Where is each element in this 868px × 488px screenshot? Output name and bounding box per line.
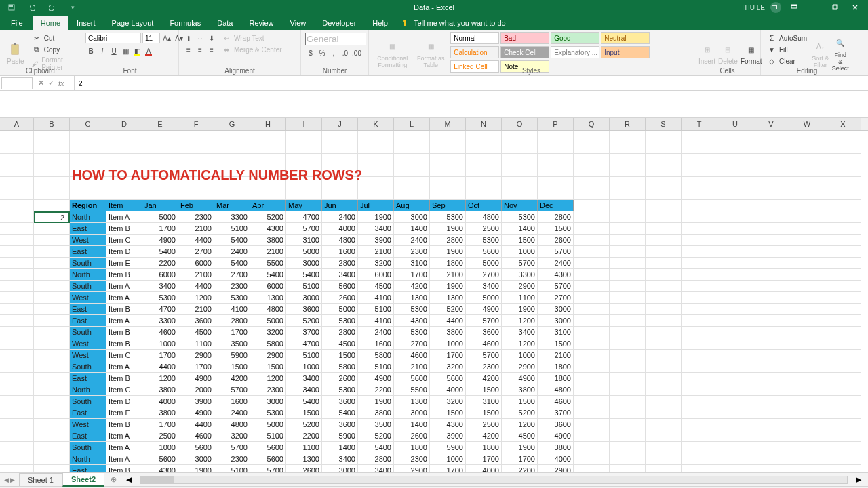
cell-r2-c4[interactable]	[142, 154, 178, 165]
cell-r19-c3[interactable]: Item C	[106, 350, 142, 361]
cell-r23-c13[interactable]: 3100	[466, 396, 502, 407]
cell-r18-c17[interactable]	[610, 338, 646, 350]
cell-r0-c20[interactable]	[717, 131, 753, 142]
cell-r23-c20[interactable]	[717, 396, 753, 407]
add-sheet-button[interactable]: ⊕	[107, 474, 119, 486]
cell-r18-c20[interactable]	[717, 338, 753, 350]
cell-r18-c19[interactable]	[682, 338, 717, 350]
cell-r22-c19[interactable]	[682, 384, 717, 396]
cell-r1-c8[interactable]	[286, 142, 322, 154]
cell-r22-c0[interactable]	[0, 384, 34, 396]
cell-r13-c11[interactable]: 4200	[394, 281, 430, 292]
cell-r25-c10[interactable]: 3500	[358, 419, 394, 430]
cell-r0-c14[interactable]	[502, 131, 538, 142]
cell-r19-c8[interactable]: 5100	[286, 350, 322, 361]
cell-r29-c23[interactable]	[825, 465, 861, 472]
cell-r0-c10[interactable]	[358, 131, 394, 142]
column-headers[interactable]: ABCDEFGHIJKLMNOPQRSTUVWX	[0, 118, 868, 131]
cell-r29-c14[interactable]: 2200	[502, 465, 538, 472]
cell-r20-c14[interactable]: 2900	[502, 361, 538, 373]
cell-r11-c4[interactable]: 2200	[142, 258, 178, 269]
cell-r29-c3[interactable]: Item B	[106, 465, 142, 472]
cell-r21-c14[interactable]: 4900	[502, 373, 538, 384]
cell-r26-c23[interactable]	[825, 430, 861, 442]
cell-r29-c19[interactable]	[682, 465, 717, 472]
cell-r18-c2[interactable]: West	[70, 338, 106, 350]
cell-r17-c16[interactable]	[574, 327, 610, 338]
style-bad[interactable]: Bad	[500, 32, 549, 44]
user-avatar[interactable]: TL	[770, 2, 781, 13]
cell-r25-c9[interactable]: 3600	[322, 419, 358, 430]
merge-center-button[interactable]: ⬌Merge & Center	[220, 44, 284, 55]
cell-r7-c0[interactable]	[0, 211, 34, 223]
cell-r28-c8[interactable]: 1300	[286, 453, 322, 465]
cell-r19-c11[interactable]: 4600	[394, 350, 430, 361]
cell-r2-c7[interactable]	[250, 154, 286, 165]
cell-r13-c13[interactable]: 3400	[466, 281, 502, 292]
cell-r21-c23[interactable]	[825, 373, 861, 384]
cell-r12-c0[interactable]	[0, 269, 34, 281]
cell-r20-c23[interactable]	[825, 361, 861, 373]
cell-r25-c23[interactable]	[825, 419, 861, 430]
cell-r7-c13[interactable]: 4800	[466, 211, 502, 223]
cell-r6-c5[interactable]: Feb	[178, 200, 214, 211]
cell-r3-c19[interactable]	[682, 165, 717, 177]
cell-r29-c16[interactable]	[574, 465, 610, 472]
cell-r26-c6[interactable]: 3200	[214, 430, 250, 442]
cell-r4-c1[interactable]	[34, 177, 70, 188]
cell-r6-c12[interactable]: Sep	[430, 200, 466, 211]
cell-r20-c6[interactable]: 1500	[214, 361, 250, 373]
cell-r2-c22[interactable]	[789, 154, 825, 165]
cell-r22-c18[interactable]	[646, 384, 682, 396]
cell-r7-c7[interactable]: 5200	[250, 211, 286, 223]
cell-r12-c8[interactable]: 5400	[286, 269, 322, 281]
cell-r12-c19[interactable]	[682, 269, 717, 281]
cell-r6-c16[interactable]	[574, 200, 610, 211]
cell-r12-c11[interactable]: 1700	[394, 269, 430, 281]
cell-r0-c3[interactable]	[106, 131, 142, 142]
cell-r4-c19[interactable]	[682, 177, 717, 188]
cell-r23-c8[interactable]: 5400	[286, 396, 322, 407]
cell-r19-c10[interactable]: 5800	[358, 350, 394, 361]
cut-button[interactable]: ✂Cut	[30, 33, 77, 43]
cell-r10-c11[interactable]: 2300	[394, 246, 430, 258]
cell-r1-c3[interactable]	[106, 142, 142, 154]
cell-r15-c8[interactable]: 3600	[286, 304, 322, 315]
cell-r19-c14[interactable]: 1000	[502, 350, 538, 361]
cell-r10-c15[interactable]: 5700	[538, 246, 574, 258]
cell-r25-c6[interactable]: 4800	[214, 419, 250, 430]
cell-r23-c15[interactable]: 4600	[538, 396, 574, 407]
cell-r24-c0[interactable]	[0, 407, 34, 419]
cell-r29-c0[interactable]	[0, 465, 34, 472]
tab-developer[interactable]: Developer	[314, 16, 364, 30]
cell-r17-c18[interactable]	[646, 327, 682, 338]
cell-r17-c3[interactable]: Item B	[106, 327, 142, 338]
cell-r27-c13[interactable]: 1800	[466, 442, 502, 453]
cell-r9-c2[interactable]: West	[70, 235, 106, 246]
cell-r16-c23[interactable]	[825, 315, 861, 327]
cell-r16-c3[interactable]: Item A	[106, 315, 142, 327]
cell-r13-c1[interactable]	[34, 281, 70, 292]
cell-r2-c11[interactable]	[394, 154, 430, 165]
cell-r13-c19[interactable]	[682, 281, 717, 292]
cell-r19-c15[interactable]: 2100	[538, 350, 574, 361]
comma-icon[interactable]: ,	[328, 47, 339, 58]
cell-r23-c21[interactable]	[753, 396, 789, 407]
cell-r2-c5[interactable]	[178, 154, 214, 165]
cell-r19-c9[interactable]: 1500	[322, 350, 358, 361]
cell-r26-c1[interactable]	[34, 430, 70, 442]
col-header-G[interactable]: G	[214, 118, 250, 130]
cell-r2-c14[interactable]	[502, 154, 538, 165]
cell-r13-c18[interactable]	[646, 281, 682, 292]
col-header-V[interactable]: V	[753, 118, 789, 130]
cell-r3-c20[interactable]	[717, 165, 753, 177]
cell-r28-c2[interactable]: North	[70, 453, 106, 465]
cell-r19-c17[interactable]	[610, 350, 646, 361]
cell-r8-c17[interactable]	[610, 223, 646, 235]
cell-r6-c15[interactable]: Dec	[538, 200, 574, 211]
cell-r0-c8[interactable]	[286, 131, 322, 142]
cell-r0-c23[interactable]	[825, 131, 861, 142]
cell-r28-c9[interactable]: 3400	[322, 453, 358, 465]
cell-r28-c19[interactable]	[682, 453, 717, 465]
cell-r16-c16[interactable]	[574, 315, 610, 327]
